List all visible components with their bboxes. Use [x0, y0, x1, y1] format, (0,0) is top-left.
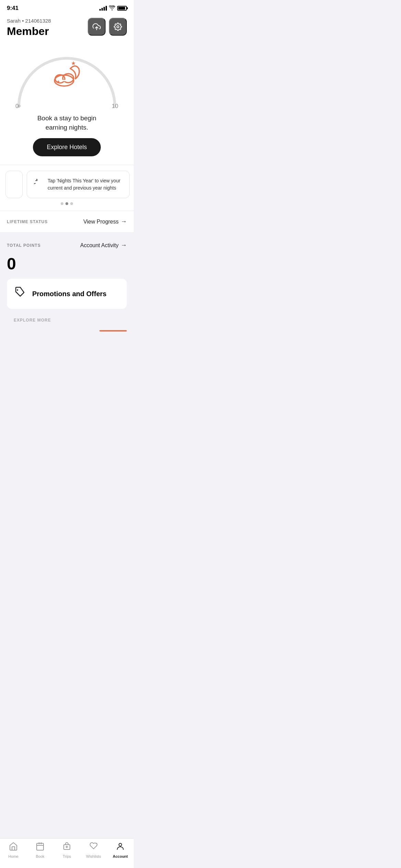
points-header: TOTAL POINTS Account Activity →: [7, 242, 127, 249]
svg-text:★: ★: [71, 60, 76, 66]
gauge-message: Book a stay to begin earning nights.: [37, 114, 96, 132]
total-points-label: TOTAL POINTS: [7, 243, 41, 248]
explore-hotels-button[interactable]: Explore Hotels: [33, 138, 100, 156]
upload-button[interactable]: [88, 18, 106, 36]
explore-more-accent: [99, 330, 127, 331]
status-icons: [99, 5, 127, 11]
carousel-ghost-left: [5, 171, 23, 198]
gauge-labels: 0 10: [12, 103, 122, 110]
battery-icon: [117, 6, 127, 11]
status-bar: 9:41: [0, 0, 134, 14]
refresh-icon: [34, 179, 43, 190]
gauge-text: Book a stay to begin earning nights.: [37, 114, 96, 132]
carousel-dots: [0, 202, 134, 205]
explore-more-section: EXPLORE MORE: [7, 314, 127, 323]
carousel-card-text: Tap 'Nights This Year' to view your curr…: [48, 177, 122, 192]
dot-2: [65, 202, 68, 205]
header-left: Sarah • 214061328 Member: [7, 18, 51, 38]
header-buttons: [88, 18, 127, 36]
gauge-section: ★ ★ 0 10 Book a stay to begin earning ni…: [0, 45, 134, 165]
carousel-track: Tap 'Nights This Year' to view your curr…: [0, 171, 134, 198]
lifetime-status-label: LIFETIME STATUS: [7, 219, 48, 224]
points-value: 0: [7, 254, 127, 273]
dot-1: [61, 202, 63, 205]
membership-status: Member: [7, 25, 51, 38]
promotions-card[interactable]: Promotions and Offers: [7, 279, 127, 309]
status-time: 9:41: [7, 5, 19, 12]
night-icon: ★ ★: [46, 58, 87, 97]
user-name: Sarah • 214061328: [7, 18, 51, 24]
svg-point-1: [117, 26, 119, 28]
arrow-icon-2: →: [121, 242, 127, 249]
signal-icon: [99, 6, 107, 11]
account-activity-button[interactable]: Account Activity →: [80, 242, 127, 249]
carousel-card-1[interactable]: Tap 'Nights This Year' to view your curr…: [27, 171, 130, 198]
gauge-container: ★ ★ 0 10: [12, 51, 122, 110]
explore-more-label: EXPLORE MORE: [14, 318, 120, 323]
total-points-section: TOTAL POINTS Account Activity → 0 Promot…: [0, 235, 134, 327]
arrow-icon: →: [121, 218, 127, 225]
wifi-icon: [109, 5, 115, 11]
header: Sarah • 214061328 Member: [0, 14, 134, 45]
gauge-max: 10: [112, 103, 118, 110]
carousel-section: Tap 'Nights This Year' to view your curr…: [0, 165, 134, 210]
tag-icon: [14, 286, 26, 301]
settings-button[interactable]: [109, 18, 127, 36]
view-progress-button[interactable]: View Progress →: [83, 218, 127, 225]
svg-point-8: [17, 289, 18, 291]
lifetime-status-section: LIFETIME STATUS View Progress →: [0, 211, 134, 232]
promotions-text: Promotions and Offers: [32, 289, 107, 298]
dot-3: [70, 202, 73, 205]
gauge-min: 0: [15, 103, 19, 110]
